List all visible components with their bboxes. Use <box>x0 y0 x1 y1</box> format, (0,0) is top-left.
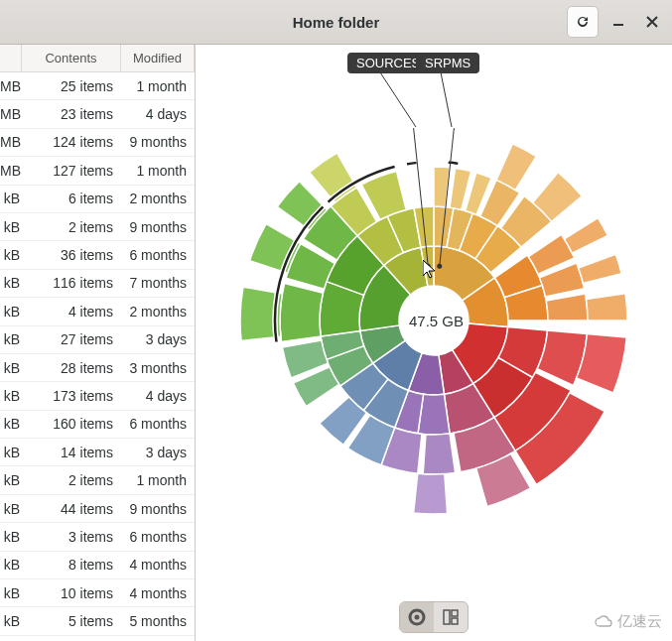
tooltip-srpms: SRPMS <box>416 53 479 73</box>
cell-contents: 8 items <box>22 557 121 573</box>
cell-size: kB <box>0 275 22 291</box>
svg-line-6 <box>441 72 452 127</box>
svg-rect-11 <box>452 618 458 624</box>
chart-center-label: 47.5 GB <box>409 313 464 329</box>
cell-size: kB <box>0 529 22 545</box>
cell-contents: 173 items <box>22 388 121 404</box>
cell-size: MB <box>0 163 22 179</box>
table-row[interactable]: kB173 items4 days <box>0 382 195 410</box>
svg-point-2 <box>426 264 431 269</box>
treemap-view-button[interactable] <box>434 602 468 632</box>
window-title: Home folder <box>293 14 380 31</box>
table-row[interactable]: kB6 items2 months <box>0 186 195 213</box>
treemap-icon <box>443 609 459 625</box>
cell-contents: 5 items <box>22 613 121 629</box>
cell-modified: 4 months <box>121 557 195 573</box>
table-row[interactable]: kB3 items6 months <box>0 523 195 551</box>
svg-rect-10 <box>452 610 458 616</box>
cell-contents: 127 items <box>22 163 121 179</box>
close-button[interactable] <box>638 8 666 36</box>
cell-contents: 3 items <box>22 529 121 545</box>
cell-contents: 116 items <box>22 275 121 291</box>
cell-size: kB <box>0 472 22 488</box>
cell-modified: 6 months <box>121 416 195 432</box>
cell-modified: 1 month <box>121 78 195 94</box>
table-row[interactable]: kB14 items3 days <box>0 439 195 466</box>
svg-point-4 <box>437 264 442 269</box>
watermark: 亿速云 <box>594 612 662 631</box>
cell-modified: 6 months <box>121 247 195 263</box>
cell-size: kB <box>0 613 22 629</box>
cell-contents: 160 items <box>22 416 121 432</box>
cell-modified: 4 months <box>121 585 195 601</box>
table-row[interactable]: kB36 items6 months <box>0 241 195 269</box>
table-row[interactable]: MB25 items1 month <box>0 72 195 100</box>
cell-contents: 4 items <box>22 304 121 320</box>
table-row[interactable]: kB44 items9 months <box>0 495 195 523</box>
cell-contents: 10 items <box>22 585 121 601</box>
table-row[interactable]: MB127 items1 month <box>0 157 195 185</box>
table-header: Contents Modified <box>0 45 195 72</box>
cell-modified: 2 months <box>121 191 195 206</box>
cell-size: MB <box>0 134 22 150</box>
table-row[interactable]: kB2 items1 month <box>0 466 195 494</box>
cell-size: kB <box>0 304 22 320</box>
cell-contents: 27 items <box>22 331 121 347</box>
table-row[interactable]: MB124 items9 months <box>0 129 195 157</box>
refresh-icon <box>575 14 591 30</box>
col-contents-header[interactable]: Contents <box>22 45 121 71</box>
minimize-button[interactable] <box>605 8 632 36</box>
view-toggle <box>399 601 469 633</box>
table-row[interactable]: kB8 items4 months <box>0 552 195 579</box>
cell-size: kB <box>0 501 22 517</box>
table-row[interactable]: kB2 items9 months <box>0 213 195 241</box>
cell-modified: 4 days <box>121 106 195 122</box>
cell-modified: 3 days <box>121 445 195 460</box>
svg-rect-0 <box>613 24 623 26</box>
cell-modified: 5 months <box>121 613 195 629</box>
cell-modified: 3 days <box>121 331 195 347</box>
cell-modified: 7 months <box>121 275 195 291</box>
table-row[interactable]: kB4 items2 months <box>0 298 195 325</box>
cell-modified: 9 months <box>121 501 195 517</box>
cell-size: kB <box>0 219 22 235</box>
cell-size: MB <box>0 78 22 94</box>
cell-contents: 25 items <box>22 78 121 94</box>
table-row[interactable]: kB27 items3 days <box>0 326 195 354</box>
cell-modified: 1 month <box>121 472 195 488</box>
svg-line-5 <box>380 72 416 127</box>
table-row[interactable]: kB28 items3 months <box>0 354 195 382</box>
refresh-button[interactable] <box>567 6 599 38</box>
minimize-icon <box>613 17 623 27</box>
cell-size: kB <box>0 331 22 347</box>
cell-modified: 1 month <box>121 163 195 179</box>
table-row[interactable]: kB5 items5 months <box>0 607 195 635</box>
svg-rect-9 <box>444 610 450 624</box>
cloud-icon <box>594 614 613 630</box>
cell-contents: 124 items <box>22 134 121 150</box>
cell-size: kB <box>0 416 22 432</box>
cell-contents: 6 items <box>22 191 121 206</box>
col-modified-header[interactable]: Modified <box>121 45 195 71</box>
table-row[interactable]: kB160 items6 months <box>0 411 195 439</box>
cell-size: kB <box>0 585 22 601</box>
titlebar: Home folder <box>0 0 672 45</box>
col-size-header[interactable] <box>0 45 22 71</box>
cell-modified: 2 months <box>121 304 195 320</box>
table-row[interactable]: kB10 items4 months <box>0 579 195 607</box>
cell-size: kB <box>0 360 22 376</box>
table-row[interactable]: MB23 items4 days <box>0 100 195 128</box>
cell-size: MB <box>0 106 22 122</box>
cell-modified: 3 months <box>121 360 195 376</box>
ringchart-view-button[interactable] <box>400 602 434 632</box>
cell-contents: 2 items <box>22 219 121 235</box>
table-row[interactable]: kB116 items7 months <box>0 270 195 298</box>
svg-point-8 <box>415 615 420 620</box>
cell-modified: 9 months <box>121 219 195 235</box>
cell-contents: 36 items <box>22 247 121 263</box>
cell-size: kB <box>0 557 22 573</box>
cell-modified: 6 months <box>121 529 195 545</box>
file-table: Contents Modified MB25 items1 monthMB23 … <box>0 45 196 641</box>
cell-modified: 9 months <box>121 134 195 150</box>
cell-contents: 14 items <box>22 445 121 460</box>
